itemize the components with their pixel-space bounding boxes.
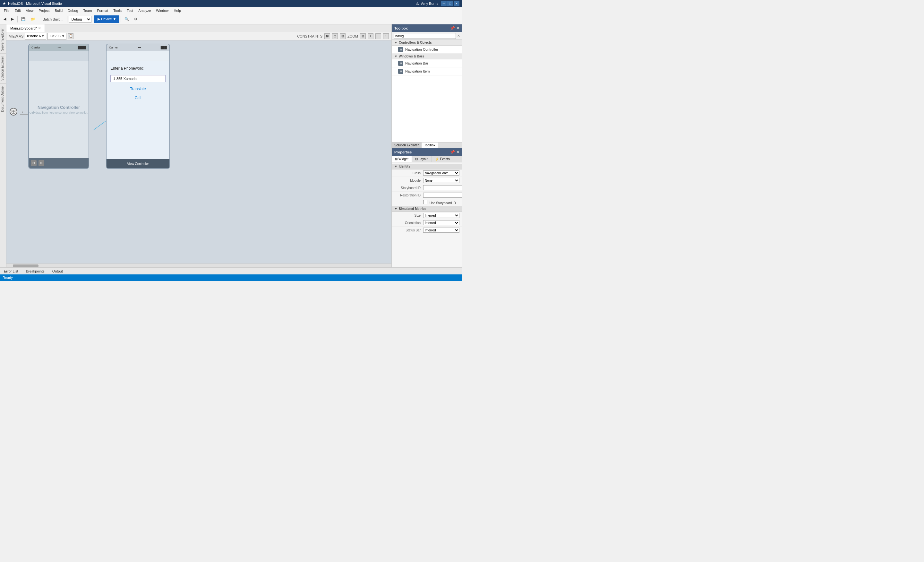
restoration-id-input[interactable] <box>423 192 462 198</box>
debug-select[interactable]: Debug Release <box>69 16 92 23</box>
toolbar-icon-add: ⊞ <box>39 160 44 166</box>
menu-test[interactable]: Test <box>124 8 136 13</box>
toolbox-section-windows[interactable]: ▼ Windows & Bars <box>392 54 462 59</box>
toolbar-sep1 <box>17 16 18 23</box>
module-select[interactable]: None <box>423 178 459 183</box>
toolbox-pin-btn[interactable]: 📌 <box>450 26 455 30</box>
breakpoints-tab[interactable]: Breakpoints <box>25 269 46 274</box>
restore-button[interactable]: □ <box>447 1 453 6</box>
entry-circle <box>10 108 17 116</box>
orientation-select[interactable]: Inferred <box>423 220 459 225</box>
menu-file[interactable]: File <box>1 8 12 13</box>
translate-btn[interactable]: Translate <box>110 87 165 91</box>
canvas-hscroll[interactable] <box>6 263 392 267</box>
use-storyboard-checkbox[interactable] <box>423 200 428 204</box>
error-list-tab[interactable]: Error List <box>3 269 20 274</box>
toolbox-section-controllers[interactable]: ▼ Controllers & Objects <box>392 40 462 45</box>
toolbar-icon-btn2[interactable]: ⚙ <box>132 15 140 23</box>
menu-bar: File Edit View Project Build Debug Team … <box>0 7 462 14</box>
toolbox-search-input[interactable] <box>394 33 456 39</box>
sidebar-document-outline[interactable]: Document Outline <box>0 83 6 114</box>
menu-analyze[interactable]: Analyze <box>136 8 153 13</box>
menu-project[interactable]: Project <box>36 8 52 13</box>
toolbar-icon-btn1[interactable]: 🔍 <box>122 15 131 23</box>
prop-row-storyboard-id: Storyboard ID <box>392 184 462 192</box>
size-select[interactable]: Inferred <box>423 213 459 218</box>
toolbox-item-nav-item[interactable]: ⊟ Navigation Item <box>392 68 462 75</box>
toolbar-sep4 <box>93 16 93 23</box>
properties-title: Properties <box>394 150 412 154</box>
prop-tab-layout[interactable]: ⊡ Layout <box>412 156 432 162</box>
nav-controller-phone[interactable]: Carrier ▪▪▪ ████ Navigation Controller C… <box>28 44 89 169</box>
minimize-button[interactable]: ─ <box>441 1 447 6</box>
nav-controller-wrapper: Carrier ▪▪▪ ████ Navigation Controller C… <box>28 44 89 169</box>
right-panel: Toolbox 📌 ✕ ✕ ▼ Controllers & Objects ⊞ … <box>392 24 462 267</box>
toolbox-item-nav-bar[interactable]: ⊟ Navigation Bar <box>392 59 462 68</box>
toolbox-search: ✕ <box>392 32 462 40</box>
hscroll-thumb[interactable] <box>13 264 39 267</box>
storyboard-tab-close[interactable]: ✕ <box>38 26 41 30</box>
menu-format[interactable]: Format <box>94 8 111 13</box>
menu-team[interactable]: Team <box>81 8 94 13</box>
menu-help[interactable]: Help <box>171 8 183 13</box>
batch-build-btn[interactable]: Batch Build... <box>40 15 66 23</box>
menu-debug[interactable]: Debug <box>65 8 81 13</box>
call-btn[interactable]: Call <box>110 96 165 100</box>
toolbar-back-btn[interactable]: ◀ <box>1 15 8 23</box>
identity-section-header[interactable]: ▼ Identity <box>392 164 462 170</box>
prop-tab-widget[interactable]: ⊞ Widget <box>392 156 412 162</box>
properties-pin-btn[interactable]: 📌 <box>450 150 455 155</box>
phoneword-input[interactable]: 1-855-Xamarin <box>110 75 165 82</box>
constraints-btn3[interactable]: ⊟ <box>340 33 345 39</box>
menu-window[interactable]: Window <box>153 8 171 13</box>
status-bar-select[interactable]: Inferred <box>423 228 459 233</box>
toolbar-save-btn[interactable]: 💾 <box>19 15 28 23</box>
view-controller-phone[interactable]: Carrier ▪▪▪ ███ Enter a Phoneword: 1-855… <box>106 44 170 169</box>
class-label: Class <box>394 171 423 175</box>
storyboard-tab-label: Main.storyboard* <box>10 26 37 30</box>
zoom-in-btn[interactable]: + <box>368 33 374 39</box>
simulated-metrics-header[interactable]: ▼ Simulated Metrics <box>392 206 462 212</box>
zoom-fit-btn[interactable]: ⊞ <box>360 33 366 39</box>
status-bar-label: Status Bar <box>394 228 423 232</box>
sidebar-server-explorer[interactable]: Server Explorer <box>0 26 6 53</box>
ios-select[interactable]: iOS 9.2 ▾ <box>48 33 67 40</box>
controls-left: VIEW AS iPhone 6 ▾ iOS 9.2 ▾ ⌚ <box>9 33 74 40</box>
toolbox-tab[interactable]: Toolbox <box>421 143 438 148</box>
toolbox-item-nav-controller[interactable]: ⊞ Navigation Controller <box>392 45 462 54</box>
toolbar: ◀ ▶ 💾 📁 Batch Build... Debug Release ▶ D… <box>0 14 462 24</box>
solution-explorer-tab[interactable]: Solution Explorer <box>392 143 421 148</box>
toolbar-forward-btn[interactable]: ▶ <box>9 15 16 23</box>
menu-edit[interactable]: Edit <box>12 8 23 13</box>
toolbox-search-clear[interactable]: ✕ <box>457 34 460 38</box>
prop-tab-events[interactable]: ⚡ Events <box>432 156 453 162</box>
zoom-out-btn[interactable]: − <box>375 33 381 39</box>
properties-content: ▼ Identity Class NavigationContr... Modu… <box>392 162 462 267</box>
run-button[interactable]: ▶ Device ▼ <box>94 15 120 23</box>
zoom-actual-btn[interactable]: 1 <box>383 33 389 39</box>
storyboard-tab-main[interactable]: Main.storyboard* ✕ <box>6 24 45 32</box>
close-button[interactable]: ✕ <box>454 1 459 6</box>
menu-tools[interactable]: Tools <box>111 8 124 13</box>
device-select[interactable]: iPhone 6 ▾ <box>25 33 46 40</box>
constraints-btn2[interactable]: ⊡ <box>332 33 338 39</box>
status-bar: Ready <box>0 274 462 281</box>
nav-battery: ████ <box>78 46 86 49</box>
vc-status-bar: Carrier ▪▪▪ ███ <box>106 44 170 51</box>
storyboard-id-input[interactable] <box>423 185 462 190</box>
entry-point: → <box>10 108 24 116</box>
canvas-area[interactable]: → Carrier ▪▪▪ ████ <box>6 41 392 263</box>
layout-tab-icon: ⊡ <box>415 157 418 161</box>
constraints-btn1[interactable]: ⊞ <box>324 33 330 39</box>
app-title: Hello.iOS - Microsoft Visual Studio <box>8 2 416 6</box>
menu-view[interactable]: View <box>23 8 36 13</box>
watch-btn[interactable]: ⌚ <box>68 33 74 39</box>
view-as-label: VIEW AS <box>9 35 23 38</box>
output-tab[interactable]: Output <box>51 269 64 274</box>
properties-close-btn[interactable]: ✕ <box>456 150 459 155</box>
class-select[interactable]: NavigationContr... <box>423 170 459 176</box>
toolbox-close-btn[interactable]: ✕ <box>456 26 459 30</box>
sidebar-solution-explorer[interactable]: Solution Explorer <box>0 53 6 83</box>
menu-build[interactable]: Build <box>52 8 65 13</box>
toolbar-open-btn[interactable]: 📁 <box>28 15 38 23</box>
